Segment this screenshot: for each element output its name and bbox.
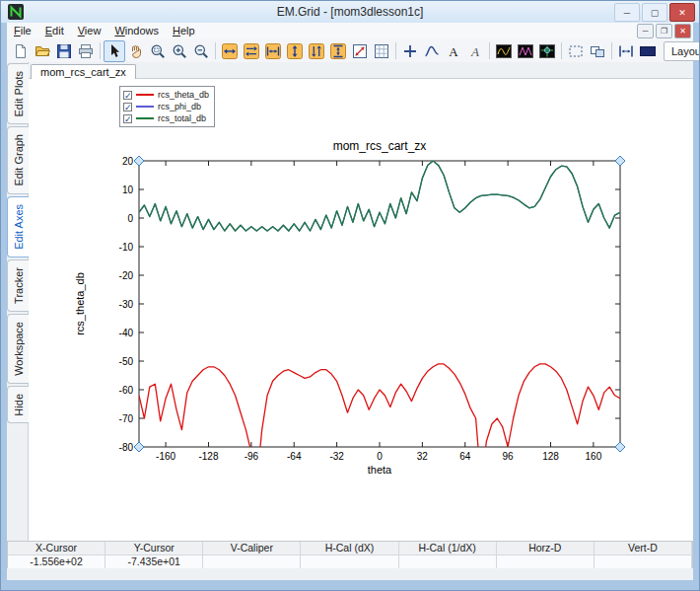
- style-preset-3-icon[interactable]: [536, 40, 558, 62]
- status-header-cell: H-Cal (dX): [301, 542, 398, 554]
- window-resize-strip: [7, 568, 693, 580]
- menu-help[interactable]: Help: [166, 23, 202, 39]
- legend-label: rcs_theta_db: [158, 90, 209, 100]
- zoom-out-icon[interactable]: [190, 40, 212, 62]
- cursor-status-bar: X-CursorY-CursorV-CaliperH-Cal (dX)H-Cal…: [7, 541, 693, 568]
- toolbar: AA Layout ▾: [7, 39, 693, 63]
- side-tab-label: Edit Axes: [13, 204, 25, 250]
- legend-item: ✓rcs_phi_db: [123, 101, 209, 112]
- svg-text:-64: -64: [287, 451, 302, 462]
- status-value-cell: [203, 555, 301, 568]
- svg-text:-60: -60: [119, 385, 134, 396]
- document-tab-row: mom_rcs_cart_zx: [29, 62, 693, 79]
- add-text-icon[interactable]: A: [443, 40, 464, 62]
- svg-text:20: 20: [122, 156, 134, 167]
- side-tab-workspace[interactable]: Workspace: [7, 314, 29, 384]
- svg-text:10: 10: [122, 185, 134, 195]
- side-tab-edit-axes[interactable]: Edit Axes: [7, 196, 29, 258]
- legend-checkbox[interactable]: ✓: [123, 114, 132, 123]
- status-header-row: X-CursorY-CursorV-CaliperH-Cal (dX)H-Cal…: [8, 542, 692, 555]
- zoom-in-icon[interactable]: [169, 40, 190, 62]
- legend-checkbox[interactable]: ✓: [123, 103, 132, 111]
- toolbar-separator: [489, 42, 490, 59]
- minimize-button[interactable]: ─: [614, 3, 640, 22]
- status-header-cell: X-Cursor: [8, 542, 105, 554]
- tile-windows-icon[interactable]: [587, 40, 608, 62]
- application-window: EM.Grid - [mom3dlesson1c] ─▢✕ FileEditVi…: [0, 0, 700, 591]
- new-document-icon[interactable]: [10, 40, 32, 62]
- scroll-x-icon[interactable]: [241, 40, 262, 62]
- plot-legend: ✓rcs_theta_db✓rcs_phi_db✓rcs_total_db: [119, 86, 215, 127]
- svg-text:-10: -10: [119, 242, 134, 253]
- side-tab-label: Tracker: [13, 267, 25, 304]
- status-header-cell: H-Cal (1/dX): [399, 542, 497, 554]
- mdi-window-buttons: ─❐✕: [637, 24, 693, 38]
- toolbar-separator: [100, 42, 101, 59]
- full-scale-xy-icon[interactable]: [349, 40, 371, 62]
- full-scale-x-icon[interactable]: [219, 40, 241, 62]
- plot-canvas[interactable]: ✓rcs_theta_db✓rcs_phi_db✓rcs_total_db mo…: [29, 79, 693, 541]
- full-scale-y-icon[interactable]: [284, 40, 306, 62]
- scroll-y-icon[interactable]: [306, 40, 327, 62]
- toolbar-separator: [215, 42, 216, 59]
- close-button[interactable]: ✕: [669, 3, 695, 22]
- chart-svg[interactable]: mom_rcs_cart_zx-160-128-96-64-3203264961…: [58, 128, 689, 483]
- svg-text:0: 0: [127, 213, 133, 224]
- zoom-window-icon[interactable]: [147, 40, 169, 62]
- menu-view[interactable]: View: [71, 23, 108, 39]
- menu-windows[interactable]: Windows: [107, 23, 166, 39]
- svg-text:-80: -80: [119, 442, 134, 453]
- child-close-button[interactable]: ✕: [674, 24, 691, 38]
- svg-text:-32: -32: [329, 451, 344, 462]
- svg-text:rcs_theta_db: rcs_theta_db: [74, 272, 86, 335]
- plot-corner-handle[interactable]: [615, 156, 625, 166]
- svg-text:128: 128: [542, 451, 559, 462]
- toolbar-separator: [561, 42, 562, 59]
- plot-corner-handle[interactable]: [134, 442, 144, 452]
- svg-text:-40: -40: [119, 328, 134, 338]
- child-minimize-button[interactable]: ─: [637, 24, 654, 38]
- side-tab-edit-graph[interactable]: Edit Graph: [7, 126, 29, 194]
- maximize-button[interactable]: ▢: [642, 3, 667, 22]
- pan-hand-icon[interactable]: [125, 40, 147, 62]
- select-region-icon[interactable]: [565, 40, 587, 62]
- menu-file[interactable]: File: [7, 23, 38, 39]
- caliper-icon[interactable]: [615, 40, 637, 62]
- save-icon[interactable]: [53, 40, 75, 62]
- svg-text:A: A: [449, 43, 458, 58]
- legend-label: rcs_total_db: [158, 113, 206, 123]
- plot-corner-handle[interactable]: [134, 156, 144, 166]
- side-tab-label: Workspace: [13, 322, 25, 376]
- side-tab-strip: Edit PlotsEdit GraphEdit AxesTrackerWork…: [7, 62, 29, 541]
- color-swatch-icon[interactable]: [637, 40, 659, 62]
- svg-text:-20: -20: [119, 270, 134, 281]
- status-value-cell: [399, 555, 497, 568]
- print-icon[interactable]: [75, 40, 97, 62]
- child-restore-button[interactable]: ❐: [656, 24, 672, 38]
- open-file-icon[interactable]: [32, 40, 53, 62]
- grid-icon[interactable]: [371, 40, 392, 62]
- add-marker-icon[interactable]: [399, 40, 421, 62]
- legend-item: ✓rcs_total_db: [123, 112, 209, 124]
- style-preset-2-icon[interactable]: [515, 40, 536, 62]
- svg-text:-160: -160: [156, 451, 175, 462]
- side-tab-edit-plots[interactable]: Edit Plots: [7, 63, 29, 124]
- expand-x-icon[interactable]: [262, 40, 284, 62]
- toolbar-separator: [611, 42, 612, 59]
- side-tab-label: Hide: [13, 394, 25, 416]
- select-cursor-icon[interactable]: [104, 40, 125, 62]
- menu-items: FileEditViewWindowsHelp: [7, 23, 202, 39]
- side-tab-tracker[interactable]: Tracker: [7, 259, 29, 312]
- title-bar: EM.Grid - [mom3dlesson1c] ─▢✕: [1, 1, 699, 23]
- expand-y-icon[interactable]: [327, 40, 349, 62]
- plot-corner-handle[interactable]: [615, 442, 625, 452]
- legend-item: ✓rcs_theta_db: [123, 89, 209, 101]
- add-curve-icon[interactable]: [421, 40, 443, 62]
- side-tab-hide[interactable]: Hide: [7, 386, 29, 424]
- plot-area[interactable]: mom_rcs_cart_zx-160-128-96-64-3203264961…: [58, 128, 689, 483]
- layout-dropdown[interactable]: Layout ▾: [664, 41, 700, 61]
- menu-edit[interactable]: Edit: [38, 23, 71, 39]
- style-preset-1-icon[interactable]: [493, 40, 515, 62]
- edit-text-icon[interactable]: A: [464, 40, 486, 62]
- legend-checkbox[interactable]: ✓: [123, 91, 132, 100]
